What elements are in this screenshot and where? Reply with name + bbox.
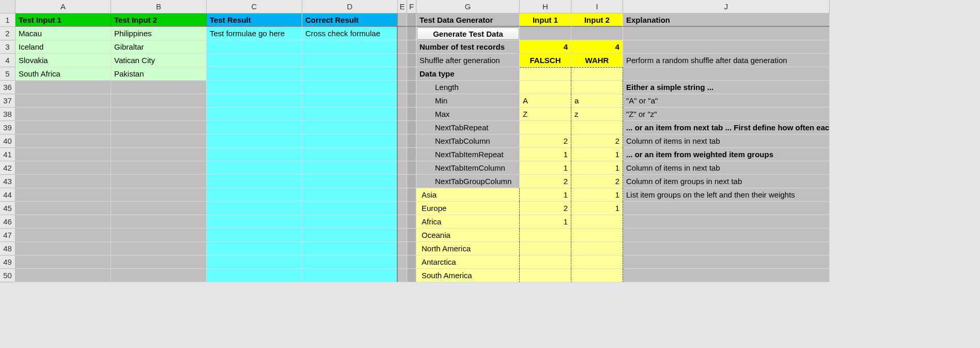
- cell-a47[interactable]: [15, 229, 111, 242]
- col-header-H[interactable]: H: [520, 0, 571, 13]
- cell-a37[interactable]: [15, 94, 111, 108]
- cell-d39[interactable]: [302, 121, 398, 134]
- cell-b46[interactable]: [111, 215, 207, 229]
- cell-f45[interactable]: [407, 202, 416, 215]
- cell-a44[interactable]: [15, 188, 111, 202]
- cell-a2[interactable]: Macau: [15, 27, 111, 40]
- cell-b48[interactable]: [111, 242, 207, 255]
- cell-f42[interactable]: [407, 161, 416, 175]
- param-h-48[interactable]: [520, 242, 571, 255]
- param-label-42[interactable]: NextTabItemColumn: [416, 161, 520, 175]
- cell-f49[interactable]: [407, 255, 416, 269]
- col-header-I[interactable]: I: [571, 0, 623, 13]
- cell-b50[interactable]: [111, 269, 207, 282]
- row-header-45[interactable]: 45: [0, 202, 15, 215]
- param-label-49[interactable]: Antarctica: [416, 255, 520, 269]
- param-label-43[interactable]: NextTabGroupColumn: [416, 175, 520, 188]
- cell-e41[interactable]: [398, 148, 407, 161]
- cell-b45[interactable]: [111, 202, 207, 215]
- cell-e3[interactable]: [398, 40, 407, 54]
- cell-c36[interactable]: [207, 81, 302, 94]
- param-i-49[interactable]: [571, 255, 623, 269]
- cell-e1[interactable]: [398, 13, 407, 27]
- row-header-48[interactable]: 48: [0, 242, 15, 255]
- col-header-E[interactable]: E: [398, 0, 407, 13]
- param-label-39[interactable]: NextTabRepeat: [416, 121, 520, 134]
- col-header-F[interactable]: F: [407, 0, 416, 13]
- cell-f40[interactable]: [407, 134, 416, 148]
- cell-a4[interactable]: Slovakia: [15, 54, 111, 67]
- row-header-5[interactable]: 5: [0, 67, 15, 81]
- cell-b41[interactable]: [111, 148, 207, 161]
- cell-c43[interactable]: [207, 175, 302, 188]
- col-header-A[interactable]: A: [15, 0, 111, 13]
- cell-d45[interactable]: [302, 202, 398, 215]
- param-h-46[interactable]: 1: [520, 215, 571, 229]
- cell-e46[interactable]: [398, 215, 407, 229]
- cell-a50[interactable]: [15, 269, 111, 282]
- cell-b4[interactable]: Vatican City: [111, 54, 207, 67]
- cell-a48[interactable]: [15, 242, 111, 255]
- cell-d50[interactable]: [302, 269, 398, 282]
- param-h-43[interactable]: 2: [520, 175, 571, 188]
- param-i-45[interactable]: 1: [571, 202, 623, 215]
- cell-e5[interactable]: [398, 67, 407, 81]
- cell-d42[interactable]: [302, 161, 398, 175]
- cell-d44[interactable]: [302, 188, 398, 202]
- param-label-41[interactable]: NextTabItemRepeat: [416, 148, 520, 161]
- row-header-2[interactable]: 2: [0, 27, 15, 40]
- cell-f38[interactable]: [407, 108, 416, 121]
- cell-b2[interactable]: Philippines: [111, 27, 207, 40]
- cell-d49[interactable]: [302, 255, 398, 269]
- cell-e2[interactable]: [398, 27, 407, 40]
- param-i-42[interactable]: 1: [571, 161, 623, 175]
- cell-a39[interactable]: [15, 121, 111, 134]
- param-label-38[interactable]: Max: [416, 108, 520, 121]
- param-i-44[interactable]: 1: [571, 188, 623, 202]
- generate-test-data-button[interactable]: Generate Test Data: [417, 27, 519, 40]
- row-header-41[interactable]: 41: [0, 148, 15, 161]
- value-records-input1[interactable]: 4: [520, 40, 571, 54]
- cell-c38[interactable]: [207, 108, 302, 121]
- cell-e49[interactable]: [398, 255, 407, 269]
- param-i-39[interactable]: [571, 121, 623, 134]
- cell-d48[interactable]: [302, 242, 398, 255]
- cell-f2[interactable]: [407, 27, 416, 40]
- cell-d43[interactable]: [302, 175, 398, 188]
- cell-d38[interactable]: [302, 108, 398, 121]
- cell-f41[interactable]: [407, 148, 416, 161]
- cell-h2[interactable]: [520, 27, 571, 40]
- row-header-43[interactable]: 43: [0, 175, 15, 188]
- param-i-40[interactable]: 2: [571, 134, 623, 148]
- cell-e43[interactable]: [398, 175, 407, 188]
- param-i-36[interactable]: [571, 81, 623, 94]
- row-header-42[interactable]: 42: [0, 161, 15, 175]
- param-h-42[interactable]: 1: [520, 161, 571, 175]
- param-i-38[interactable]: z: [571, 108, 623, 121]
- cell-i2[interactable]: [571, 27, 623, 40]
- cell-e45[interactable]: [398, 202, 407, 215]
- row-header-44[interactable]: 44: [0, 188, 15, 202]
- cell-a41[interactable]: [15, 148, 111, 161]
- col-header-B[interactable]: B: [111, 0, 207, 13]
- cell-i5[interactable]: [571, 67, 623, 81]
- cell-f37[interactable]: [407, 94, 416, 108]
- cell-e37[interactable]: [398, 94, 407, 108]
- param-i-37[interactable]: a: [571, 94, 623, 108]
- row-header-46[interactable]: 46: [0, 215, 15, 229]
- cell-c50[interactable]: [207, 269, 302, 282]
- cell-c49[interactable]: [207, 255, 302, 269]
- row-header-50[interactable]: 50: [0, 269, 15, 282]
- cell-c37[interactable]: [207, 94, 302, 108]
- cell-c48[interactable]: [207, 242, 302, 255]
- cell-a36[interactable]: [15, 81, 111, 94]
- cell-d46[interactable]: [302, 215, 398, 229]
- cell-c2[interactable]: Test formulae go here: [207, 27, 302, 40]
- param-h-40[interactable]: 2: [520, 134, 571, 148]
- cell-b5[interactable]: Pakistan: [111, 67, 207, 81]
- cell-c39[interactable]: [207, 121, 302, 134]
- cell-j5[interactable]: [623, 67, 830, 81]
- cell-d36[interactable]: [302, 81, 398, 94]
- col-header-D[interactable]: D: [302, 0, 398, 13]
- row-header-1[interactable]: 1: [0, 13, 15, 27]
